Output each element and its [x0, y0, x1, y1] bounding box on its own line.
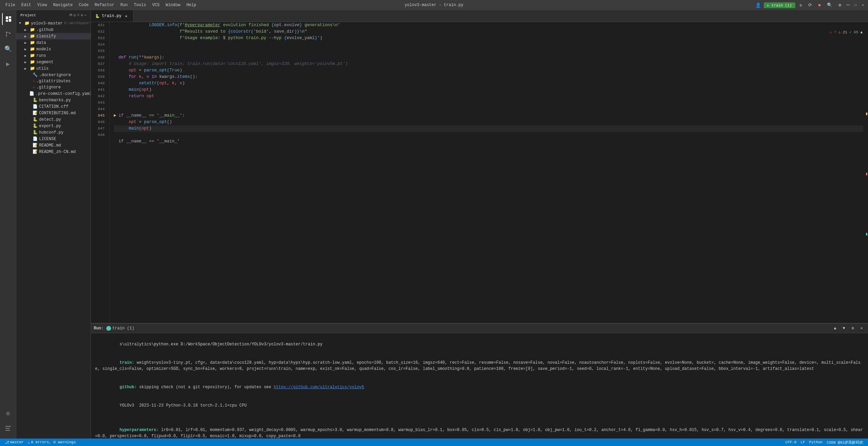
menu-refactor[interactable]: Refactor: [92, 2, 117, 8]
tree-data[interactable]: ▶ 📁 data: [16, 39, 91, 46]
refresh-icon[interactable]: ↻: [798, 2, 804, 8]
terminal-hyperparams: hyperparameters: lr0=0.01, lrf=0.01, mom…: [95, 421, 864, 439]
tree-classify[interactable]: ▶ 📁 classify: [16, 33, 91, 39]
status-problems[interactable]: ⚠ 0 errors, 0 warnings: [26, 440, 78, 445]
tab-close-button[interactable]: ✕: [124, 13, 129, 19]
terminal-empty-1: [95, 415, 864, 421]
sidebar-sync-icon[interactable]: ⟳: [69, 13, 72, 17]
status-vcs[interactable]: ⎇ master: [3, 440, 26, 445]
run-config-button[interactable]: ▶ train (1): [764, 2, 795, 8]
run-label: Run:: [94, 326, 104, 331]
close-button[interactable]: ✕: [861, 3, 865, 7]
activity-run[interactable]: ▶: [2, 58, 14, 70]
tree-benchmarks[interactable]: ▶ 🐍 benchmarks.py: [16, 97, 91, 103]
right-scrollbar[interactable]: [863, 22, 868, 323]
run-controls: ▲ ▼ ⚙ ✕: [831, 325, 865, 332]
menu-navigate[interactable]: Navigate: [50, 2, 75, 8]
tab-label: train.py: [102, 14, 122, 18]
tree-gitignore[interactable]: ▶ ⬦ .gitignore: [16, 84, 91, 90]
tree-root[interactable]: ▼ 📁 yolov3-master D:\WorkSpace\: [16, 20, 91, 27]
run-close-button[interactable]: ✕: [858, 325, 865, 332]
tree-precommit[interactable]: ▶ 📄 .pre-commit-config.yaml: [16, 90, 91, 97]
run-down-button[interactable]: ▼: [840, 325, 848, 332]
tree-hubconf[interactable]: ▶ 🐍 hubconf.py: [16, 129, 91, 136]
run-up-button[interactable]: ▲: [831, 325, 839, 332]
code-line-643: [114, 100, 863, 106]
code-line-641: main(opt): [114, 87, 863, 93]
tab-train-py[interactable]: 🐍 train.py ✕: [91, 10, 133, 22]
minimize-button[interactable]: ─: [846, 3, 850, 7]
status-problems-text: 0 errors, 0 warnings: [31, 440, 76, 444]
status-language[interactable]: Python: [807, 440, 825, 444]
line-636: 636: [91, 54, 107, 61]
bottom-panel: Run: train (1) ▲ ▼ ⚙ ✕ s\ultralytics\pyt…: [91, 323, 868, 439]
status-right-text: CSDN @92岁高龄码农: [825, 440, 865, 445]
warning-badge: ⚠ 21: [838, 30, 847, 34]
activity-project[interactable]: [2, 13, 14, 25]
rerun-icon[interactable]: ⟳: [807, 2, 814, 8]
tree-detect[interactable]: ▶ 🐍 detect.py: [16, 116, 91, 123]
status-line-ending[interactable]: LF: [798, 440, 807, 444]
tree-runs[interactable]: ▶ 📁 runs: [16, 52, 91, 59]
menu-file[interactable]: File: [3, 2, 18, 8]
line-632: 632: [91, 29, 107, 35]
menu-window[interactable]: Window: [163, 2, 183, 8]
chevron-up-icon[interactable]: ▲: [860, 30, 863, 34]
menu-edit[interactable]: Edit: [19, 2, 34, 8]
tree-segment[interactable]: ▶ 📁 segment: [16, 59, 91, 65]
activity-vcs[interactable]: [2, 28, 14, 40]
tree-readme-cn[interactable]: ▶ 📝 README_zh-CN.md: [16, 149, 91, 155]
menu-code[interactable]: Code: [76, 2, 91, 8]
line-633: 633: [91, 35, 107, 41]
activity-search[interactable]: 🔍: [2, 43, 14, 55]
line-640: 640: [91, 80, 107, 87]
tree-gitattributes[interactable]: ▶ ⬦ .gitattributes: [16, 78, 91, 84]
warning-marker-1: [866, 113, 867, 115]
github-link[interactable]: https://github.com/ultralytics/yolov5: [274, 385, 364, 390]
sidebar-locate-icon[interactable]: ◎: [74, 13, 76, 17]
svg-rect-9: [5, 428, 10, 429]
code-line-645: ▶ if __name__ == '__main__':: [114, 113, 863, 119]
maximize-button[interactable]: □: [853, 3, 858, 7]
line-635: 635: [91, 48, 107, 54]
title-right: 👤 ▶ train (1) ↻ ⟳ ■ 🔍 ⚙ ─ □ ✕: [755, 2, 865, 8]
tree-dockerignore[interactable]: ▶ 🔧 .dockerignore: [16, 72, 91, 78]
tree-readme[interactable]: ▶ 📝 README.md: [16, 142, 91, 149]
sidebar-settings-icon[interactable]: ⚙: [81, 13, 83, 17]
run-settings-button[interactable]: ⚙: [849, 325, 856, 332]
activity-structure[interactable]: [2, 422, 14, 434]
menu-vcs[interactable]: VCS: [149, 2, 162, 8]
status-branch: master: [10, 440, 24, 444]
line-646: 646: [91, 119, 107, 125]
tree-license[interactable]: ▶ 📄 LICENSE: [16, 136, 91, 142]
tree-export[interactable]: ▶ 🐍 export.py: [16, 123, 91, 129]
stop-icon[interactable]: ■: [816, 2, 822, 8]
menu-tools[interactable]: Tools: [131, 2, 149, 8]
tree-contributing[interactable]: ▶ 📝 CONTRIBUTING.md: [16, 110, 91, 116]
menu-view[interactable]: View: [35, 2, 50, 8]
code-content[interactable]: LOGGER.info(f'Hyperparameter evolution f…: [110, 22, 863, 323]
sidebar-close-icon[interactable]: —: [84, 13, 87, 17]
user-icon: 👤: [755, 2, 761, 8]
terminal-train-params: train: weights=yolov3-tiny.pt, cfg=, dat…: [95, 354, 864, 378]
line-631: 631: [91, 22, 107, 29]
status-encoding[interactable]: UTF-8: [783, 440, 798, 444]
terminal-github-line: github: skipping check (not a git reposi…: [95, 378, 864, 396]
menu-help[interactable]: Help: [184, 2, 199, 8]
activity-bar: 🔍 ▶ ⚙: [0, 10, 16, 439]
tree-utils[interactable]: ▶ 📁 utils: [16, 65, 91, 72]
tree-models[interactable]: ▶ 📁 models: [16, 46, 91, 52]
terminal-output[interactable]: s\ultralytics\python.exe D:/WorkSpace/Ob…: [91, 333, 868, 439]
code-line-640: setattr(opt, k, v): [114, 80, 863, 87]
sidebar-collapse-icon[interactable]: ≡: [77, 13, 79, 17]
tree-citation[interactable]: ▶ 📄 CITATION.cff: [16, 103, 91, 110]
settings-icon[interactable]: ⚙: [837, 2, 843, 8]
sidebar-header: Project ⟳ ◎ ≡ ⚙ —: [16, 10, 91, 20]
search-icon[interactable]: 🔍: [825, 2, 834, 8]
tree-github[interactable]: ▶ 📁 .github: [16, 27, 91, 33]
code-line-646: opt = parse_opt(): [114, 119, 863, 125]
activity-settings[interactable]: ⚙: [2, 407, 14, 419]
menu-run[interactable]: Run: [117, 2, 130, 8]
sidebar: Project ⟳ ◎ ≡ ⚙ — ▼ 📁 yolov3-master D:\W…: [16, 10, 91, 439]
svg-rect-8: [5, 426, 11, 427]
